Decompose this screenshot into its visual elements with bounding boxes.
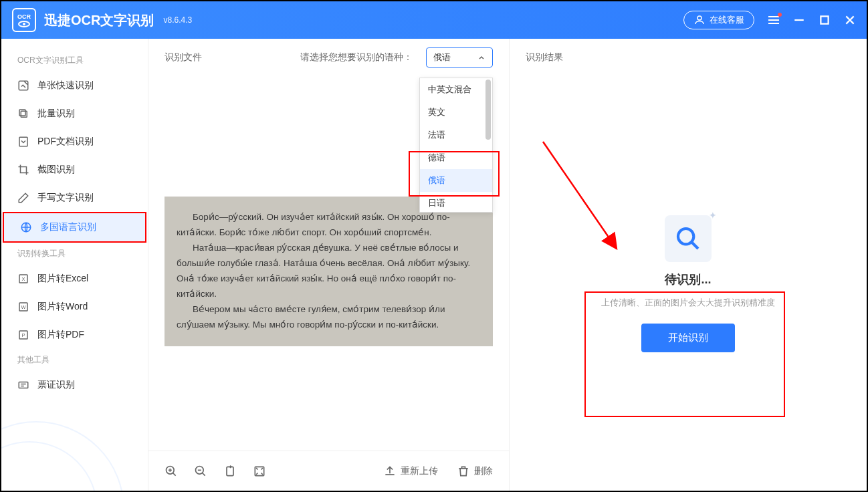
svg-rect-7 [19, 110, 25, 116]
panel-title: 识别文件 [165, 51, 202, 64]
sidebar-item-ticket[interactable]: 票证识别 [1, 371, 148, 399]
image-toolbar: 重新上传 删除 [148, 451, 509, 491]
right-panel: 识别结果 ✦ 待识别... 上传清晰、正面的图片会大大提升识别精准度 开始识别 [510, 39, 867, 491]
app-name: 迅捷OCR文字识别 [44, 11, 154, 29]
document-image: Бори́с—ру́сский. Он изуча́ет кита́йский … [165, 197, 493, 346]
sidebar-item-topdf[interactable]: P 图片转PDF [1, 321, 148, 349]
placeholder-icon: ✦ [665, 215, 712, 262]
ticket-icon [17, 379, 29, 391]
sidebar-item-excel[interactable]: X 图片转Excel [1, 265, 148, 293]
pen-icon [17, 192, 29, 204]
customer-service-button[interactable]: 在线客服 [683, 11, 754, 29]
dropdown-item[interactable]: 日语 [420, 192, 492, 212]
maximize-button[interactable] [819, 14, 831, 26]
zoom-in-icon[interactable] [165, 465, 178, 478]
svg-rect-8 [19, 137, 27, 146]
sidebar-group-header: OCR文字识别工具 [1, 49, 148, 72]
svg-point-28 [678, 229, 693, 244]
delete-button[interactable]: 删除 [457, 465, 493, 478]
sidebar-item-screenshot[interactable]: 截图识别 [1, 156, 148, 184]
topdf-icon: P [17, 329, 29, 341]
svg-text:P: P [21, 332, 25, 338]
upload-icon [383, 465, 397, 478]
close-icon [844, 14, 856, 26]
close-button[interactable] [844, 14, 856, 26]
placeholder-title: 待识别... [665, 271, 711, 287]
svg-line-24 [203, 473, 205, 475]
minimize-button[interactable] [793, 14, 805, 26]
left-panel: 识别文件 请选择您想要识别的语种： 俄语 中英文混合 英文 法语 德语 俄语 日… [148, 39, 510, 491]
sidebar-item-batch[interactable]: 批量识别 [1, 100, 148, 128]
image-fast-icon [17, 80, 29, 92]
result-placeholder: ✦ 待识别... 上传清晰、正面的图片会大大提升识别精准度 开始识别 [510, 76, 867, 491]
svg-point-0 [697, 16, 701, 20]
pdf-icon [17, 136, 29, 148]
magnifier-icon [675, 225, 701, 252]
minimize-icon [793, 14, 805, 26]
menu-icon [768, 16, 779, 24]
reupload-button[interactable]: 重新上传 [383, 465, 438, 478]
language-select[interactable]: 俄语 [426, 47, 493, 68]
dropdown-item-selected[interactable]: 俄语 [420, 169, 492, 192]
sidebar-item-single[interactable]: 单张快速识别 [1, 72, 148, 100]
sidebar-item-multilang[interactable]: 多国语言识别 [3, 212, 146, 243]
app-version: v8.6.4.3 [163, 15, 192, 25]
dropdown-scrollbar[interactable] [485, 80, 491, 140]
word-icon: W [17, 301, 29, 313]
svg-rect-2 [821, 16, 828, 23]
svg-text:W: W [21, 304, 26, 310]
dropdown-item[interactable]: 法语 [420, 124, 492, 146]
dropdown-item[interactable]: 中英文混合 [420, 78, 492, 101]
start-recognition-button[interactable]: 开始识别 [641, 324, 735, 352]
svg-line-29 [691, 242, 698, 249]
svg-line-20 [173, 473, 176, 475]
placeholder-hint: 上传清晰、正面的图片会大大提升识别精准度 [601, 297, 775, 309]
notification-dot [778, 13, 782, 17]
sidebar-item-word[interactable]: W 图片转Word [1, 293, 148, 321]
svg-text:X: X [21, 276, 25, 282]
globe-icon [20, 221, 32, 233]
sidebar-group-header: 其他工具 [1, 349, 148, 371]
sidebar-group-header: 识别转换工具 [1, 243, 148, 265]
svg-rect-16 [19, 382, 28, 388]
excel-icon: X [17, 273, 29, 285]
zoom-out-icon[interactable] [194, 465, 207, 478]
language-label: 请选择您想要识别的语种： [300, 51, 413, 64]
chevron-up-icon [477, 53, 485, 62]
dropdown-item[interactable]: 德语 [420, 146, 492, 169]
titlebar: OCR 迅捷OCR文字识别 v8.6.4.3 在线客服 [1, 1, 867, 39]
dropdown-item[interactable]: 英文 [420, 101, 492, 124]
copy-icon [17, 108, 29, 120]
menu-button[interactable] [768, 14, 780, 26]
decorative-circles [1, 410, 148, 491]
language-dropdown: 中英文混合 英文 法语 德语 俄语 日语 [419, 78, 493, 213]
maximize-icon [819, 14, 831, 26]
svg-rect-26 [227, 467, 233, 475]
logo-icon: OCR [12, 8, 36, 32]
svg-rect-6 [21, 111, 27, 117]
headset-icon [693, 14, 706, 26]
trash-icon [457, 465, 470, 478]
sidebar: OCR文字识别工具 单张快速识别 批量识别 PDF文档识别 截图识别 手写文字识… [1, 39, 148, 491]
sidebar-item-pdf[interactable]: PDF文档识别 [1, 128, 148, 156]
app-logo: OCR 迅捷OCR文字识别 v8.6.4.3 [12, 8, 192, 32]
fit-icon[interactable] [253, 465, 266, 478]
result-title: 识别结果 [526, 51, 563, 64]
rotate-icon[interactable] [223, 465, 237, 478]
sidebar-item-handwrite[interactable]: 手写文字识别 [1, 184, 148, 212]
crop-icon [17, 164, 29, 176]
